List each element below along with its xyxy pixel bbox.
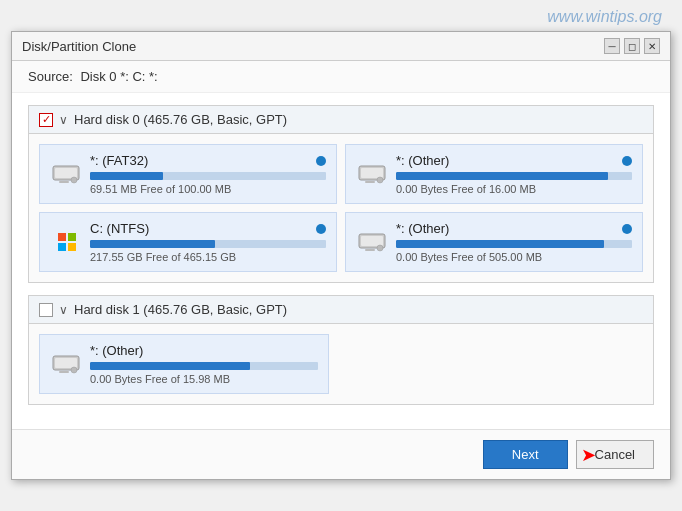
partition-name-other2: *: (Other) [396, 221, 632, 236]
progress-fill-fat32 [90, 172, 163, 180]
title-bar: Disk/Partition Clone ─ ◻ ✕ [12, 32, 670, 61]
partition-info-other2: *: (Other) 0.00 Bytes Free of 505.00 MB [396, 221, 632, 263]
disk1-title: Hard disk 1 (465.76 GB, Basic, GPT) [74, 302, 287, 317]
progress-ntfs [90, 240, 326, 248]
partition-size-fat32: 69.51 MB Free of 100.00 MB [90, 183, 326, 195]
partition-name-ntfs: C: (NTFS) [90, 221, 326, 236]
watermark-text: www.wintips.org [547, 8, 662, 26]
partition-size-ntfs: 217.55 GB Free of 465.15 GB [90, 251, 326, 263]
close-button[interactable]: ✕ [644, 38, 660, 54]
partition-name-fat32: *: (FAT32) [90, 153, 326, 168]
svg-point-2 [71, 177, 77, 183]
progress-other2 [396, 240, 632, 248]
partition-card-ntfs[interactable]: C: (NTFS) 217.55 GB Free of 465.15 GB [39, 212, 337, 272]
drive-icon-disk1 [50, 350, 82, 378]
progress-other1 [396, 172, 632, 180]
svg-rect-1 [55, 168, 77, 178]
svg-rect-3 [59, 181, 69, 183]
progress-fill-disk1-other [90, 362, 250, 370]
source-bar: Source: Disk 0 *: C: *: [12, 61, 670, 93]
drive-icon-fat32 [50, 160, 82, 188]
partition-info-ntfs: C: (NTFS) 217.55 GB Free of 465.15 GB [90, 221, 326, 263]
footer: Next ➤ Cancel [12, 429, 670, 479]
svg-rect-7 [365, 181, 375, 183]
disk1-chevron-icon: ∨ [59, 303, 68, 317]
partition-info-fat32: *: (FAT32) 69.51 MB Free of 100.00 MB [90, 153, 326, 195]
cancel-button[interactable]: Cancel [576, 440, 654, 469]
partition-size-other1: 0.00 Bytes Free of 16.00 MB [396, 183, 632, 195]
drive-icon-ntfs [50, 228, 82, 256]
blue-dot-other1 [622, 156, 632, 166]
blue-dot-fat32 [316, 156, 326, 166]
disk0-partitions: *: (FAT32) 69.51 MB Free of 100.00 MB [29, 134, 653, 282]
svg-rect-15 [59, 371, 69, 373]
svg-point-10 [377, 245, 383, 251]
restore-button[interactable]: ◻ [624, 38, 640, 54]
partition-size-disk1-other: 0.00 Bytes Free of 15.98 MB [90, 373, 318, 385]
source-value: Disk 0 *: C: *: [80, 69, 157, 84]
drive-icon-other1 [356, 160, 388, 188]
disk-group-0: ✓ ∨ Hard disk 0 (465.76 GB, Basic, GPT) [28, 105, 654, 283]
disk1-partitions: *: (Other) 0.00 Bytes Free of 15.98 MB [29, 324, 653, 404]
svg-rect-9 [361, 236, 383, 246]
partition-name-other1: *: (Other) [396, 153, 632, 168]
disk0-checkbox[interactable]: ✓ [39, 113, 53, 127]
windows-icon-ntfs [58, 233, 76, 251]
progress-fill-ntfs [90, 240, 215, 248]
partition-card-other2[interactable]: *: (Other) 0.00 Bytes Free of 505.00 MB [345, 212, 643, 272]
window-title: Disk/Partition Clone [22, 39, 136, 54]
disk1-checkbox[interactable] [39, 303, 53, 317]
blue-dot-other2 [622, 224, 632, 234]
svg-point-14 [71, 367, 77, 373]
partition-name-disk1-other: *: (Other) [90, 343, 318, 358]
svg-rect-5 [361, 168, 383, 178]
disk1-header: ∨ Hard disk 1 (465.76 GB, Basic, GPT) [29, 296, 653, 324]
drive-icon-other2 [356, 228, 388, 256]
dialog-window: Disk/Partition Clone ─ ◻ ✕ Source: Disk … [11, 31, 671, 480]
next-button-wrap: Next ➤ [483, 440, 568, 469]
partition-card-other1[interactable]: *: (Other) 0.00 Bytes Free of 16.00 MB [345, 144, 643, 204]
partition-card-fat32[interactable]: *: (FAT32) 69.51 MB Free of 100.00 MB [39, 144, 337, 204]
progress-disk1-other [90, 362, 318, 370]
minimize-button[interactable]: ─ [604, 38, 620, 54]
svg-point-6 [377, 177, 383, 183]
content-area: ✓ ∨ Hard disk 0 (465.76 GB, Basic, GPT) [12, 93, 670, 429]
checkmark-icon: ✓ [42, 114, 51, 125]
next-button[interactable]: Next [483, 440, 568, 469]
progress-fat32 [90, 172, 326, 180]
partition-info-other1: *: (Other) 0.00 Bytes Free of 16.00 MB [396, 153, 632, 195]
disk0-chevron-icon: ∨ [59, 113, 68, 127]
disk0-title: Hard disk 0 (465.76 GB, Basic, GPT) [74, 112, 287, 127]
partition-info-disk1-other: *: (Other) 0.00 Bytes Free of 15.98 MB [90, 343, 318, 385]
partition-card-disk1-other[interactable]: *: (Other) 0.00 Bytes Free of 15.98 MB [39, 334, 329, 394]
disk0-header: ✓ ∨ Hard disk 0 (465.76 GB, Basic, GPT) [29, 106, 653, 134]
disk-group-1: ∨ Hard disk 1 (465.76 GB, Basic, GPT) [28, 295, 654, 405]
progress-fill-other2 [396, 240, 604, 248]
svg-rect-11 [365, 249, 375, 251]
partition-size-other2: 0.00 Bytes Free of 505.00 MB [396, 251, 632, 263]
blue-dot-ntfs [316, 224, 326, 234]
progress-fill-other1 [396, 172, 608, 180]
source-label: Source: [28, 69, 73, 84]
svg-rect-13 [55, 358, 77, 368]
window-controls: ─ ◻ ✕ [604, 38, 660, 54]
